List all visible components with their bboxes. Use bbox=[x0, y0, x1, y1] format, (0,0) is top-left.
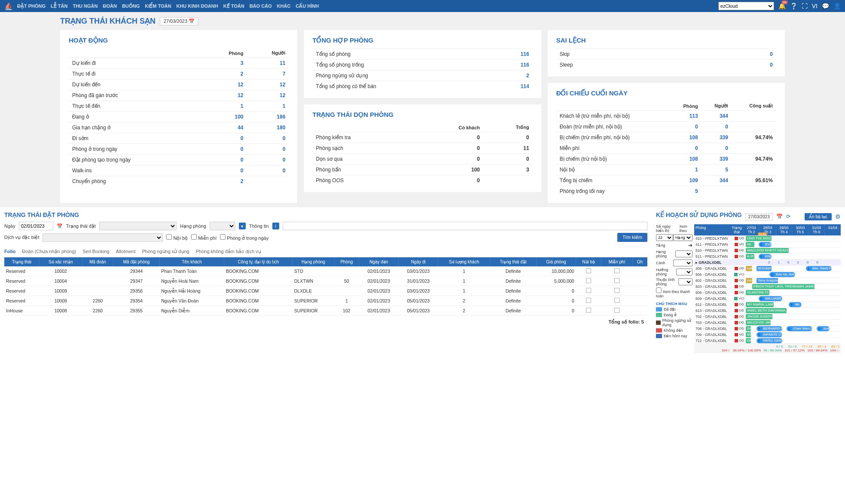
chk-internal-cell[interactable] bbox=[586, 298, 591, 303]
room-group-row[interactable]: ▸ GRADLXDBL010200 bbox=[694, 260, 841, 266]
plan-wing-select[interactable] bbox=[673, 260, 692, 266]
booking-bar[interactable]: 👥 PATEL DARSHA bbox=[757, 338, 782, 343]
filter-info-input[interactable] bbox=[283, 222, 647, 230]
notification-icon[interactable]: 🔔99 bbox=[778, 3, 786, 9]
nav-item[interactable]: LỄ TÂN bbox=[51, 3, 67, 9]
table-row[interactable]: Reserved1000229344Phan Thanh ToànBOOKING… bbox=[4, 266, 647, 276]
tab-0[interactable]: Folio bbox=[4, 249, 15, 254]
table-row[interactable]: Reserved1000929356Nguyễn Hải HoàngBOOKIN… bbox=[4, 286, 647, 296]
refresh-icon[interactable]: ⟳ bbox=[786, 214, 790, 220]
chk-free-cell[interactable] bbox=[614, 278, 619, 283]
room-row[interactable]: 709 - GRADLXDBLVDMI👥 INFANTE CATHE bbox=[694, 332, 841, 338]
chk-internal[interactable] bbox=[166, 234, 172, 240]
room-row[interactable]: 406 - GRADLXDBLODnuttyNOGAM👥 Mrs. Ravit … bbox=[694, 266, 841, 272]
toggle-filter-button[interactable]: Ẩn bộ lọc bbox=[805, 213, 832, 220]
room-row[interactable]: 703 - GRADLXDBLODMILICEVIC JANA bbox=[694, 320, 841, 326]
chk-payment[interactable] bbox=[656, 287, 662, 293]
booking-bar[interactable]: udoff bbox=[746, 278, 752, 283]
booking-bar[interactable]: 👥 WILLIAMS JOAN bbox=[759, 296, 782, 301]
roomtype-info-icon[interactable]: ▾ bbox=[239, 223, 246, 229]
tab-5[interactable]: Phòng không đảm bảo dịch vụ bbox=[196, 249, 261, 254]
booking-bar[interactable]: Terry borgcrest bbox=[757, 278, 778, 283]
room-row[interactable]: 612 - GRADLXDBLODMY MARIA, LAMY👥 Mr. ( bbox=[694, 302, 841, 308]
search-button[interactable]: Tìm kiếm bbox=[617, 233, 647, 242]
view-select[interactable]: Hạng bbox=[673, 234, 692, 241]
room-row[interactable]: 712 - GRADLXDBLODISI👥 PATEL DARSHA bbox=[694, 338, 841, 344]
room-row[interactable]: 510 - PREDLXTWNODMACLEOD RHETT DEACON, I bbox=[694, 247, 841, 254]
filter-special-select[interactable] bbox=[43, 233, 163, 242]
nav-item[interactable]: BUỒNG bbox=[122, 3, 140, 9]
booking-bar[interactable]: 👥 INFANTE CATHE bbox=[757, 332, 782, 337]
nav-item[interactable]: KIỂM TOÁN bbox=[145, 3, 171, 9]
booking-bar[interactable]: ONG THL NGUY bbox=[746, 236, 772, 241]
room-row[interactable]: 702 - GRADLXDBLODJACOB JOSEPH bbox=[694, 314, 841, 320]
room-row[interactable]: 606 - GRADLXDBLODGLANTINE FLEUI bbox=[694, 290, 841, 296]
booking-bar[interactable]: NWEL BETH DAVIANNA, BIAI bbox=[746, 308, 787, 313]
nav-item[interactable]: ĐẶT PHÒNG bbox=[17, 3, 46, 9]
tab-3[interactable]: Allotment bbox=[116, 249, 136, 254]
room-row[interactable]: 506 - GRADLXDBLVCI👥 Eric Ho, Eric Ho bbox=[694, 272, 841, 278]
room-row[interactable]: 511 - PREDLXTWNODA JF👥 KNU bbox=[694, 254, 841, 260]
chk-free-cell[interactable] bbox=[614, 288, 619, 293]
filter-roomtype-select[interactable] bbox=[210, 222, 235, 230]
booking-bar[interactable]: 👥 Jodi bbox=[817, 326, 830, 331]
date-picker[interactable]: 27/03/2023 📅 bbox=[160, 17, 198, 25]
hotel-select[interactable]: ezCloud bbox=[718, 2, 774, 10]
booking-bar[interactable]: SA bbox=[746, 326, 751, 331]
plan-roomtype-select[interactable] bbox=[675, 250, 692, 257]
room-row[interactable]: 603 - GRADLXDBLODFINCH THUY LIEN, TRENEM… bbox=[694, 284, 841, 290]
booking-bar[interactable]: JACOB JOSEPH bbox=[746, 314, 772, 319]
days-select[interactable]: 22 bbox=[656, 234, 673, 241]
nav-item[interactable]: ĐOÀN bbox=[103, 3, 117, 9]
room-row[interactable]: 410 - PREDLXTWNOD11.01ONG THL NGUY bbox=[694, 235, 841, 241]
booking-bar[interactable]: A JF bbox=[746, 254, 754, 259]
booking-bar[interactable]: FINCH THUY LIEN, TRENEMAN JAMES DANIEL bbox=[752, 284, 814, 289]
booking-bar[interactable]: MI bbox=[746, 332, 751, 337]
tab-2[interactable]: Seri Booking bbox=[82, 249, 109, 254]
filter-status-select[interactable] bbox=[99, 222, 177, 230]
arrow-icon[interactable]: ➔ bbox=[688, 242, 692, 248]
nav-item[interactable]: BÁO CÁO bbox=[250, 3, 272, 9]
booking-bar[interactable]: MILICEVIC JANA bbox=[746, 320, 771, 325]
user-icon[interactable]: 👤 bbox=[833, 3, 841, 9]
chk-internal-cell[interactable] bbox=[586, 278, 591, 283]
nav-item[interactable]: CẤU HÌNH bbox=[296, 3, 319, 9]
info-icon[interactable]: i bbox=[272, 223, 279, 229]
plan-direction-select[interactable] bbox=[676, 269, 692, 275]
room-row[interactable]: 613 - GRADLXDBLODNWEL BETH DAVIANNA, BIA… bbox=[694, 308, 841, 314]
booking-bar[interactable]: 👥 Eric Ho, Eric Ho bbox=[769, 272, 795, 277]
tab-1[interactable]: Đoàn (Chưa nhận phòng) bbox=[22, 249, 76, 254]
booking-bar[interactable]: nutty bbox=[746, 266, 752, 271]
chk-internal-cell[interactable] bbox=[586, 308, 591, 313]
fullscreen-icon[interactable]: ⛶ bbox=[802, 3, 808, 9]
booking-bar[interactable]: 👥 BERNARD MARY bbox=[757, 326, 782, 331]
booking-bar[interactable]: NOGAM bbox=[757, 266, 772, 271]
chk-internal-cell[interactable] bbox=[586, 268, 591, 273]
chk-free-cell[interactable] bbox=[614, 268, 619, 273]
booking-bar[interactable]: 👥 EVEI bbox=[759, 242, 772, 247]
help-icon[interactable]: ❔ bbox=[790, 3, 797, 9]
booking-bar[interactable]: 👥 Chen Wen Shing, bbox=[787, 326, 812, 331]
room-row[interactable]: 602 - GRADLXDBLODudoffTerry borgcrest bbox=[694, 278, 841, 284]
booking-bar[interactable]: 👥 KNU bbox=[759, 254, 772, 259]
chk-dayuse[interactable] bbox=[220, 234, 226, 240]
plan-date-picker[interactable]: 27/03/2023 bbox=[745, 213, 773, 220]
nav-item[interactable]: KẾ TOÁN bbox=[223, 3, 244, 9]
calendar-icon[interactable]: 📅 bbox=[776, 214, 783, 220]
nav-item[interactable]: KHU KINH DOANH bbox=[176, 3, 218, 9]
nav-item[interactable]: KHÁC bbox=[277, 3, 291, 9]
settings-icon[interactable]: ⚙ bbox=[835, 213, 841, 220]
nav-item[interactable]: THU NGÂN bbox=[73, 3, 98, 9]
chat-icon[interactable]: 💬 bbox=[822, 3, 829, 9]
booking-bar[interactable]: GLANTINE FLEUI bbox=[746, 290, 769, 295]
chk-free-cell[interactable] bbox=[614, 308, 619, 313]
chk-free[interactable] bbox=[191, 234, 197, 240]
booking-bar[interactable]: 👥 Mr. ( bbox=[789, 302, 802, 307]
plan-feature-select[interactable] bbox=[678, 278, 692, 285]
booking-bar[interactable]: 👥 Mrs. Ravit Prinz, bbox=[806, 266, 832, 271]
booking-bar[interactable]: ISI bbox=[746, 338, 751, 343]
table-row[interactable]: Reserved1000429347Nguyễn Hoài NamBOOKING… bbox=[4, 276, 647, 286]
calendar-icon[interactable]: 📅 bbox=[57, 223, 63, 229]
filter-date-input[interactable] bbox=[19, 222, 53, 230]
room-row[interactable]: 411 - PREDLXTWNVDIAI👥 EVEI bbox=[694, 241, 841, 247]
